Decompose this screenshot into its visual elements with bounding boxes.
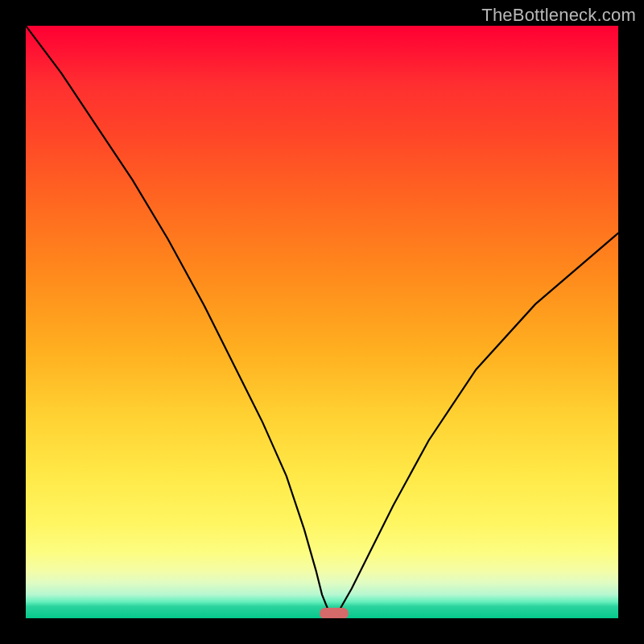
min-point-marker [320,608,349,618]
plot-area [26,26,618,618]
gradient-background [26,26,618,618]
watermark-text: TheBottleneck.com [481,5,636,26]
chart-frame: TheBottleneck.com [0,0,644,644]
